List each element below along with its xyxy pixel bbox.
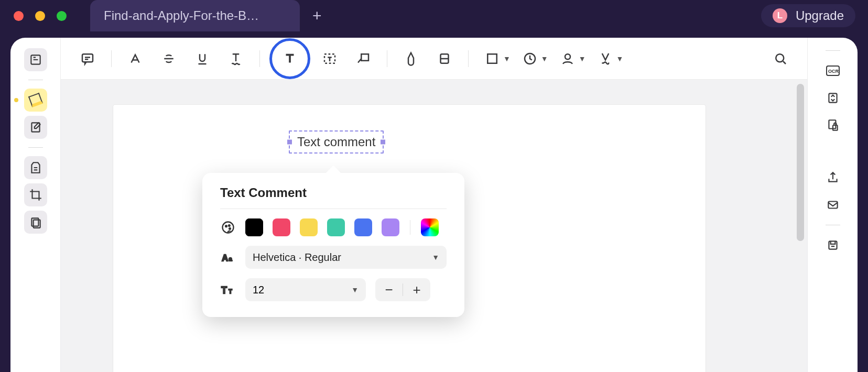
svg-point-15: [229, 228, 231, 229]
text-box-button[interactable]: [316, 46, 344, 71]
ocr-button[interactable]: OCR: [821, 59, 844, 82]
new-tab-button[interactable]: +: [312, 7, 322, 25]
reader-mode-button[interactable]: [24, 48, 47, 71]
color-black[interactable]: [245, 218, 263, 236]
comment-button[interactable]: [73, 46, 102, 71]
svg-point-13: [225, 225, 227, 227]
svg-rect-25: [828, 202, 837, 209]
font-size-stepper: − +: [375, 278, 430, 301]
svg-rect-8: [487, 54, 497, 63]
font-family-label: Helvetica · Regular: [253, 251, 341, 264]
page-edit-button[interactable]: [24, 156, 47, 179]
popover-title: Text Comment: [220, 185, 447, 200]
svg-text:T: T: [221, 285, 227, 296]
window-controls: [14, 11, 67, 21]
title-bar: Find-and-Apply-For-the-B… + L Upgrade: [0, 0, 868, 31]
share-button[interactable]: [821, 166, 844, 189]
save-button[interactable]: [821, 234, 844, 257]
svg-point-11: [776, 54, 784, 62]
left-rail: [10, 38, 61, 372]
edit-pdf-button[interactable]: [24, 116, 47, 139]
canvas[interactable]: Text comment Text Comment: [61, 80, 807, 372]
color-custom[interactable]: [421, 218, 439, 236]
text-comment-value[interactable]: Text comment: [297, 135, 375, 149]
chevron-down-icon: ▼: [503, 54, 511, 63]
mail-button[interactable]: [821, 193, 844, 216]
color-yellow[interactable]: [300, 218, 318, 236]
font-family-select[interactable]: Helvetica · Regular ▼: [245, 246, 447, 269]
font-icon: Aa: [220, 250, 236, 265]
svg-text:T: T: [229, 288, 232, 294]
signature-dropdown[interactable]: ▼: [591, 46, 624, 71]
chevron-down-icon: ▼: [432, 253, 439, 261]
color-red[interactable]: [273, 218, 290, 236]
increase-size-button[interactable]: +: [403, 278, 430, 301]
tab-title: Find-and-Apply-For-the-B…: [104, 8, 259, 23]
maximize-window-button[interactable]: [57, 11, 67, 21]
close-window-button[interactable]: [14, 11, 24, 21]
stamp-dropdown[interactable]: ▼: [516, 46, 548, 71]
strikeout-button[interactable]: [155, 46, 183, 71]
chevron-down-icon: ▼: [579, 54, 586, 63]
annotate-mode-button[interactable]: [24, 89, 47, 112]
svg-point-14: [229, 225, 230, 226]
upgrade-pill[interactable]: L Upgrade: [761, 4, 855, 27]
crop-button[interactable]: [24, 183, 47, 206]
highlight-button[interactable]: [121, 46, 149, 71]
page-manager-button[interactable]: [24, 211, 47, 234]
color-palette-icon: [220, 220, 236, 235]
svg-text:a: a: [229, 255, 232, 262]
text-comment-box[interactable]: Text comment: [289, 130, 384, 154]
resize-handle-right[interactable]: [381, 140, 385, 145]
svg-rect-1: [31, 123, 39, 132]
underline-button[interactable]: [188, 46, 216, 71]
font-size-select[interactable]: 12 ▼: [245, 278, 366, 301]
color-blue[interactable]: [354, 218, 372, 236]
font-size-icon: TT: [220, 282, 236, 297]
squiggly-button[interactable]: [222, 46, 250, 71]
callout-button[interactable]: [349, 46, 377, 71]
color-teal[interactable]: [327, 218, 345, 236]
user-avatar[interactable]: L: [773, 8, 787, 23]
active-indicator-dot: [14, 98, 18, 102]
svg-text:OCR: OCR: [828, 69, 839, 74]
chevron-down-icon: ▼: [541, 54, 548, 63]
svg-point-10: [565, 54, 570, 59]
convert-button[interactable]: [821, 86, 844, 110]
text-comment-popover: Text Comment: [202, 173, 464, 317]
resize-handle-left[interactable]: [287, 140, 292, 145]
eraser-button[interactable]: [430, 46, 459, 71]
color-purple[interactable]: [382, 218, 399, 236]
document-tab[interactable]: Find-and-Apply-For-the-B…: [90, 0, 300, 31]
workspace: ▼ ▼ ▼ ▼ Text comm: [10, 38, 858, 372]
search-button[interactable]: [766, 46, 795, 71]
upgrade-label: Upgrade: [796, 8, 844, 23]
color-swatches: [245, 218, 439, 236]
decrease-size-button[interactable]: −: [375, 278, 403, 301]
svg-rect-23: [829, 120, 836, 128]
font-size-value: 12: [253, 284, 264, 296]
minimize-window-button[interactable]: [35, 11, 45, 21]
document-page[interactable]: Text comment Text Comment: [113, 105, 706, 372]
profile-stamp-dropdown[interactable]: ▼: [554, 46, 586, 71]
chevron-down-icon: ▼: [351, 286, 359, 294]
secure-button[interactable]: [821, 114, 844, 137]
highlighter-icon: [28, 93, 42, 107]
right-rail: OCR: [807, 38, 858, 372]
shape-dropdown[interactable]: ▼: [478, 46, 511, 71]
vertical-scrollbar[interactable]: [797, 84, 804, 241]
svg-rect-24: [833, 125, 838, 130]
text-comment-button-active[interactable]: [269, 38, 310, 79]
main-stage: ▼ ▼ ▼ ▼ Text comm: [61, 38, 807, 372]
pencil-button[interactable]: [397, 46, 425, 71]
chevron-down-icon: ▼: [616, 54, 624, 63]
svg-rect-6: [361, 54, 368, 61]
svg-text:A: A: [222, 253, 228, 262]
annotation-toolbar: ▼ ▼ ▼ ▼: [61, 38, 807, 80]
